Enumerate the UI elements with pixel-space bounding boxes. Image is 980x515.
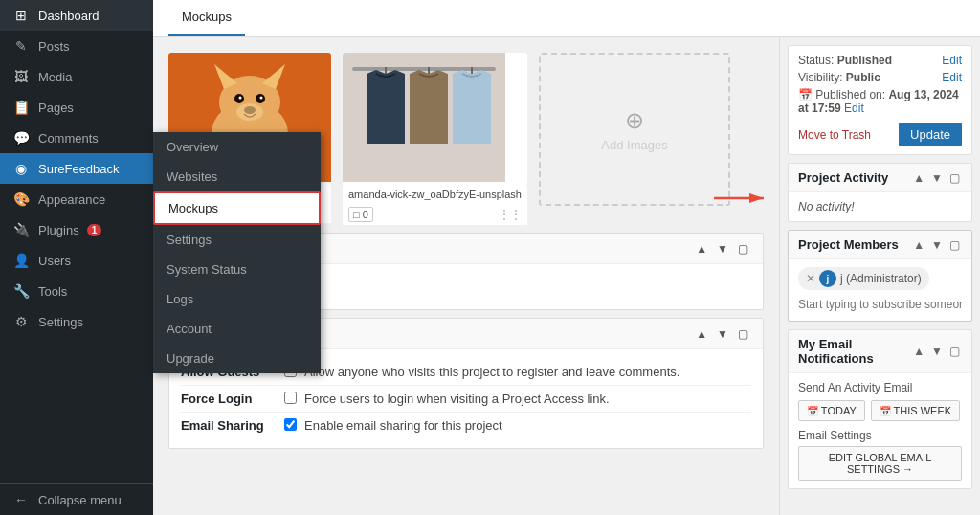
members-panel-up[interactable]: ▲	[911, 238, 926, 252]
posts-icon: ✎	[11, 38, 31, 54]
mockup-options-up[interactable]: ▲	[693, 327, 710, 341]
image-label-clothes: amanda-vick-zw_oaDbfzyE-unsplash	[343, 185, 527, 204]
image-comment-bar-clothes: □ 0 ⋮⋮	[343, 204, 527, 225]
activity-panel-title: Project Activity	[798, 170, 888, 185]
dropdown-item-logs[interactable]: Logs	[153, 284, 321, 314]
arrow-svg	[714, 189, 771, 208]
email-panel-up[interactable]: ▲	[911, 345, 926, 358]
email-sharing-row: Email Sharing Enable email sharing for t…	[181, 413, 751, 438]
activity-panel-up[interactable]: ▲	[911, 171, 926, 185]
dropdown-item-upgrade[interactable]: Upgrade	[153, 344, 321, 373]
dashboard-icon: ⊞	[11, 8, 31, 23]
members-panel-title: Project Members	[798, 237, 899, 252]
dropdown-item-overview[interactable]: Overview	[153, 132, 321, 162]
svg-rect-14	[352, 67, 496, 71]
settings-icon: ⚙	[11, 314, 31, 329]
this-week-btn[interactable]: 📅 THIS WEEK	[871, 400, 960, 421]
surefeedback-dropdown: Overview Websites Mockups Settings Syste…	[153, 132, 321, 373]
calendar-icon: 📅	[798, 88, 813, 101]
sidebar-item-surefeedback[interactable]: ◉ SureFeedback	[0, 153, 153, 184]
activity-no-activity: No activity!	[798, 200, 855, 213]
tab-bar: Mockups	[153, 0, 980, 37]
sidebar: ⊞ Dashboard ✎ Posts 🖼 Media 📋 Pages 💬 Co…	[0, 0, 153, 515]
dropdown-item-account[interactable]: Account	[153, 314, 321, 344]
mockup-options-expand[interactable]: ▢	[735, 327, 751, 341]
author-panel-up[interactable]: ▲	[693, 242, 710, 256]
sidebar-item-media[interactable]: 🖼 Media	[0, 61, 153, 92]
members-search-input[interactable]	[798, 296, 962, 313]
edit-global-btn[interactable]: EDIT GLOBAL EMAIL SETTINGS →	[798, 446, 962, 481]
author-panel-expand[interactable]: ▢	[735, 242, 751, 256]
add-images-icon: ⊕	[625, 107, 644, 134]
arrow-indicator	[714, 189, 771, 208]
surefeedback-icon: ◉	[11, 161, 31, 176]
activity-panel-expand[interactable]: ▢	[947, 171, 962, 185]
today-btn[interactable]: 📅 TODAY	[798, 400, 865, 421]
published-edit-link[interactable]: Edit	[844, 101, 864, 115]
dropdown-item-mockups[interactable]: Mockups	[153, 191, 321, 225]
email-sharing-checkbox[interactable]	[284, 418, 297, 431]
dropdown-item-websites[interactable]: Websites	[153, 162, 321, 191]
plugins-badge: 1	[87, 224, 102, 236]
sidebar-collapse[interactable]: ← Collapse menu	[0, 483, 153, 515]
email-settings-label: Email Settings	[798, 429, 962, 442]
clothes-image	[343, 53, 505, 182]
project-members-panel: Project Members ▲ ▼ ▢ ✕ j j (Administrat…	[788, 230, 972, 322]
image-card-clothes: amanda-vick-zw_oaDbfzyE-unsplash □ 0 ⋮⋮	[343, 53, 527, 225]
email-notifications-panel: My Email Notifications ▲ ▼ ▢ Send An Act…	[788, 329, 972, 489]
update-button[interactable]: Update	[899, 123, 962, 146]
tools-icon: 🔧	[11, 283, 31, 299]
svg-point-7	[239, 97, 242, 100]
comments-icon: 💬	[11, 130, 31, 146]
media-icon: 🖼	[11, 69, 31, 84]
collapse-icon: ←	[11, 492, 31, 507]
sidebar-item-posts[interactable]: ✎ Posts	[0, 31, 153, 61]
dropdown-item-system-status[interactable]: System Status	[153, 255, 321, 284]
sidebar-item-settings[interactable]: ⚙ Settings	[0, 306, 153, 337]
sidebar-item-comments[interactable]: 💬 Comments	[0, 123, 153, 153]
email-panel-expand[interactable]: ▢	[947, 345, 962, 358]
move-to-trash-link[interactable]: Move to Trash	[798, 128, 871, 142]
sidebar-item-pages[interactable]: 📋 Pages	[0, 92, 153, 123]
project-activity-panel: Project Activity ▲ ▼ ▢ No activity!	[788, 163, 972, 222]
sidebar-item-users[interactable]: 👤 Users	[0, 245, 153, 276]
svg-point-10	[236, 103, 263, 121]
dropdown-item-settings[interactable]: Settings	[153, 225, 321, 255]
members-panel-expand[interactable]: ▢	[947, 238, 962, 252]
sidebar-item-appearance[interactable]: 🎨 Appearance	[0, 184, 153, 214]
add-images-button[interactable]: ⊕ Add Images	[539, 53, 730, 206]
sidebar-item-dashboard[interactable]: ⊞ Dashboard	[0, 0, 153, 31]
svg-point-8	[260, 97, 263, 100]
force-login-row: Force Login Force users to login when vi…	[181, 386, 751, 413]
sidebar-item-plugins[interactable]: 🔌 Plugins 1	[0, 214, 153, 245]
pages-icon: 📋	[11, 100, 31, 115]
visibility-edit-link[interactable]: Edit	[942, 71, 962, 84]
sidebar-item-tools[interactable]: 🔧 Tools	[0, 276, 153, 306]
member-avatar: j	[819, 270, 836, 287]
status-edit-link[interactable]: Edit	[942, 54, 962, 67]
publish-panel: Status: Published Edit Visibility: Publi…	[788, 45, 972, 155]
tab-mockups[interactable]: Mockups	[168, 0, 245, 36]
author-panel-down[interactable]: ▼	[714, 242, 731, 256]
appearance-icon: 🎨	[11, 191, 31, 207]
plugins-icon: 🔌	[11, 222, 31, 237]
send-activity-label: Send An Activity Email	[798, 381, 962, 394]
email-panel-title: My Email Notifications	[798, 337, 911, 366]
member-name-role: j (Administrator)	[840, 272, 922, 285]
email-panel-down[interactable]: ▼	[929, 345, 945, 358]
force-login-checkbox[interactable]	[284, 392, 297, 404]
mockup-options-down[interactable]: ▼	[714, 327, 731, 341]
member-tag: ✕ j j (Administrator)	[798, 267, 929, 290]
activity-panel-down[interactable]: ▼	[929, 171, 945, 185]
member-remove-btn[interactable]: ✕	[806, 272, 815, 285]
users-icon: 👤	[11, 253, 31, 268]
right-sidebar: Status: Published Edit Visibility: Publi…	[779, 37, 980, 515]
members-panel-down[interactable]: ▼	[929, 238, 945, 252]
